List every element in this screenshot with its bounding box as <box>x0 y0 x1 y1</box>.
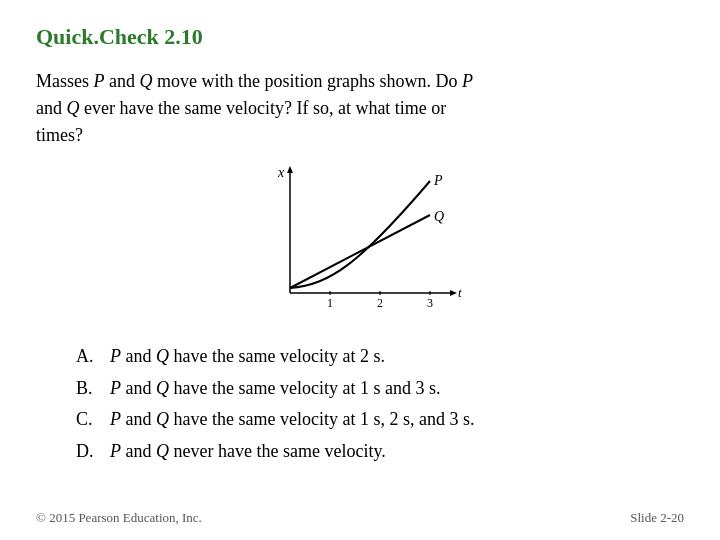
position-time-graph: t (s) x 1 2 3 P Q <box>250 163 470 323</box>
svg-text:t: t <box>458 285 462 300</box>
svg-marker-2 <box>450 290 457 296</box>
svg-text:Q: Q <box>434 209 444 224</box>
answer-label-b: B. <box>76 373 100 405</box>
answer-row-d: D. P and Q never have the same velocity. <box>76 436 684 468</box>
svg-text:2: 2 <box>377 296 383 310</box>
footer-slide-number: Slide 2-20 <box>630 510 684 526</box>
svg-marker-3 <box>287 166 293 173</box>
question-text: Masses P and Q move with the position gr… <box>36 68 684 149</box>
page: Quick.Check 2.10 Masses P and Q move wit… <box>0 0 720 540</box>
answers-list: A. P and Q have the same velocity at 2 s… <box>76 341 684 467</box>
svg-line-13 <box>290 215 430 288</box>
answer-label-a: A. <box>76 341 100 373</box>
svg-text:3: 3 <box>427 296 433 310</box>
answer-row-b: B. P and Q have the same velocity at 1 s… <box>76 373 684 405</box>
svg-text:x: x <box>277 165 285 180</box>
svg-text:P: P <box>433 173 443 188</box>
answer-text-c: P and Q have the same velocity at 1 s, 2… <box>110 404 474 436</box>
answer-label-c: C. <box>76 404 100 436</box>
answer-text-d: P and Q never have the same velocity. <box>110 436 386 468</box>
answer-label-d: D. <box>76 436 100 468</box>
page-title: Quick.Check 2.10 <box>36 24 684 50</box>
answer-text-b: P and Q have the same velocity at 1 s an… <box>110 373 440 405</box>
answer-row-a: A. P and Q have the same velocity at 2 s… <box>76 341 684 373</box>
graph-area: t (s) x 1 2 3 P Q <box>36 163 684 323</box>
footer-copyright: © 2015 Pearson Education, Inc. <box>36 510 202 526</box>
footer: © 2015 Pearson Education, Inc. Slide 2-2… <box>36 510 684 526</box>
svg-text:1: 1 <box>327 296 333 310</box>
answer-text-a: P and Q have the same velocity at 2 s. <box>110 341 385 373</box>
answer-row-c: C. P and Q have the same velocity at 1 s… <box>76 404 684 436</box>
